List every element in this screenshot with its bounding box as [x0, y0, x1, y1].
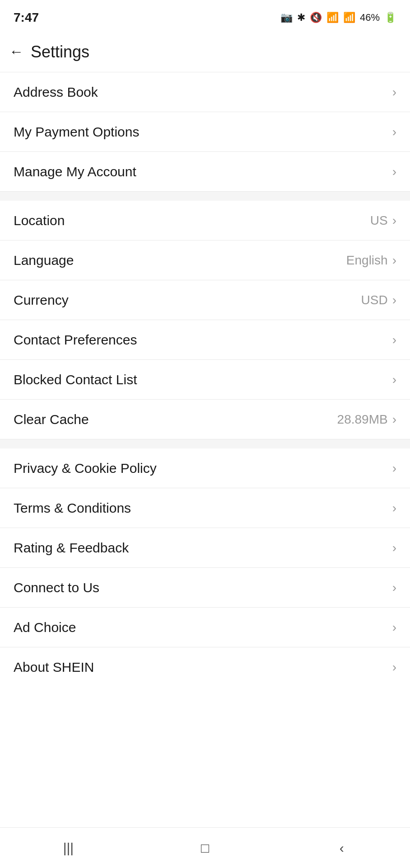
- ad-choice-item[interactable]: Ad Choice ›: [0, 608, 410, 647]
- clear-cache-chevron: ›: [392, 412, 396, 427]
- location-item[interactable]: Location US ›: [0, 201, 410, 241]
- ad-choice-label: Ad Choice: [14, 620, 76, 635]
- rating-feedback-label: Rating & Feedback: [14, 540, 129, 556]
- connect-to-us-label: Connect to Us: [14, 580, 99, 595]
- location-chevron: ›: [392, 213, 396, 228]
- rating-feedback-chevron: ›: [392, 541, 396, 555]
- currency-right: USD ›: [361, 293, 396, 307]
- clear-cache-right: 28.89MB ›: [337, 412, 396, 427]
- clear-cache-item[interactable]: Clear Cache 28.89MB ›: [0, 400, 410, 439]
- privacy-cookie-policy-right: ›: [392, 461, 396, 476]
- location-label: Location: [14, 213, 65, 228]
- terms-conditions-right: ›: [392, 501, 396, 515]
- currency-label: Currency: [14, 292, 69, 308]
- privacy-cookie-policy-item[interactable]: Privacy & Cookie Policy ›: [0, 448, 410, 488]
- legal-section: Privacy & Cookie Policy › Terms & Condit…: [0, 448, 410, 687]
- page-title: Settings: [31, 42, 89, 61]
- language-label: Language: [14, 253, 74, 268]
- manage-my-account-item[interactable]: Manage My Account ›: [0, 152, 410, 192]
- language-value: English: [346, 253, 388, 268]
- manage-my-account-label: Manage My Account: [14, 164, 136, 179]
- manage-my-account-chevron: ›: [392, 165, 396, 179]
- privacy-cookie-policy-left: Privacy & Cookie Policy: [14, 461, 392, 476]
- header: ← Settings: [0, 32, 410, 72]
- battery-percent: 46%: [360, 12, 380, 24]
- ad-choice-chevron: ›: [392, 620, 396, 635]
- blocked-contact-list-left: Blocked Contact List: [14, 372, 392, 387]
- back-nav-button[interactable]: ‹: [273, 828, 410, 868]
- connect-to-us-chevron: ›: [392, 580, 396, 595]
- blocked-contact-list-item[interactable]: Blocked Contact List ›: [0, 360, 410, 400]
- my-payment-options-chevron: ›: [392, 125, 396, 139]
- back-button[interactable]: ←: [9, 43, 23, 60]
- my-payment-options-item[interactable]: My Payment Options ›: [0, 112, 410, 152]
- contact-preferences-right: ›: [392, 333, 396, 347]
- signal-icon: 📶: [343, 12, 355, 24]
- address-book-chevron: ›: [392, 85, 396, 99]
- about-shein-label: About SHEIN: [14, 660, 94, 675]
- battery-icon: 🔋: [384, 12, 396, 24]
- status-bar: 7:47 📷 ✱ 🔇 📶 📶 46% 🔋: [0, 0, 410, 32]
- status-icons: 📷 ✱ 🔇 📶 📶 46% 🔋: [280, 12, 396, 24]
- privacy-cookie-policy-chevron: ›: [392, 461, 396, 476]
- terms-conditions-left: Terms & Conditions: [14, 500, 392, 516]
- connect-to-us-item[interactable]: Connect to Us ›: [0, 568, 410, 608]
- mute-icon: 🔇: [310, 12, 322, 24]
- my-payment-options-right: ›: [392, 125, 396, 139]
- address-book-item[interactable]: Address Book ›: [0, 72, 410, 112]
- status-time: 7:47: [14, 10, 39, 25]
- recent-apps-icon: |||: [63, 840, 74, 856]
- location-right: US ›: [370, 213, 396, 228]
- location-left: Location: [14, 213, 370, 228]
- wifi-icon: 📶: [326, 12, 339, 24]
- language-chevron: ›: [392, 253, 396, 268]
- contact-preferences-item[interactable]: Contact Preferences ›: [0, 320, 410, 360]
- terms-conditions-label: Terms & Conditions: [14, 500, 131, 516]
- contact-preferences-chevron: ›: [392, 333, 396, 347]
- ad-choice-right: ›: [392, 620, 396, 635]
- recent-apps-button[interactable]: |||: [0, 828, 137, 868]
- manage-my-account-left: Manage My Account: [14, 164, 392, 179]
- currency-left: Currency: [14, 292, 361, 308]
- account-section: Address Book › My Payment Options › Mana…: [0, 72, 410, 192]
- home-icon: □: [201, 840, 209, 856]
- contact-preferences-left: Contact Preferences: [14, 332, 392, 348]
- language-right: English ›: [346, 253, 396, 268]
- currency-value: USD: [361, 293, 388, 307]
- my-payment-options-label: My Payment Options: [14, 124, 139, 140]
- my-payment-options-left: My Payment Options: [14, 124, 392, 140]
- about-shein-chevron: ›: [392, 660, 396, 675]
- manage-my-account-right: ›: [392, 165, 396, 179]
- about-shein-item[interactable]: About SHEIN ›: [0, 647, 410, 687]
- rating-feedback-item[interactable]: Rating & Feedback ›: [0, 528, 410, 568]
- rating-feedback-right: ›: [392, 541, 396, 555]
- clear-cache-label: Clear Cache: [14, 412, 89, 427]
- privacy-cookie-policy-label: Privacy & Cookie Policy: [14, 461, 157, 476]
- currency-item[interactable]: Currency USD ›: [0, 280, 410, 320]
- home-button[interactable]: □: [137, 828, 274, 868]
- address-book-left: Address Book: [14, 85, 392, 100]
- connect-to-us-left: Connect to Us: [14, 580, 392, 595]
- location-value: US: [370, 213, 388, 228]
- preferences-section: Location US › Language English › Currenc…: [0, 201, 410, 439]
- terms-conditions-chevron: ›: [392, 501, 396, 515]
- language-item[interactable]: Language English ›: [0, 241, 410, 280]
- bluetooth-icon: ✱: [297, 12, 305, 24]
- blocked-contact-list-right: ›: [392, 373, 396, 387]
- about-shein-left: About SHEIN: [14, 660, 392, 675]
- blocked-contact-list-label: Blocked Contact List: [14, 372, 137, 387]
- bottom-nav: ||| □ ‹: [0, 827, 410, 868]
- back-arrow-icon: ←: [9, 43, 23, 60]
- back-nav-icon: ‹: [340, 840, 344, 856]
- connect-to-us-right: ›: [392, 580, 396, 595]
- about-shein-right: ›: [392, 660, 396, 675]
- currency-chevron: ›: [392, 293, 396, 307]
- camera-icon: 📷: [280, 12, 293, 24]
- ad-choice-left: Ad Choice: [14, 620, 392, 635]
- contact-preferences-label: Contact Preferences: [14, 332, 137, 348]
- section-divider-1: [0, 192, 410, 201]
- rating-feedback-left: Rating & Feedback: [14, 540, 392, 556]
- language-left: Language: [14, 253, 346, 268]
- blocked-contact-list-chevron: ›: [392, 373, 396, 387]
- terms-conditions-item[interactable]: Terms & Conditions ›: [0, 488, 410, 528]
